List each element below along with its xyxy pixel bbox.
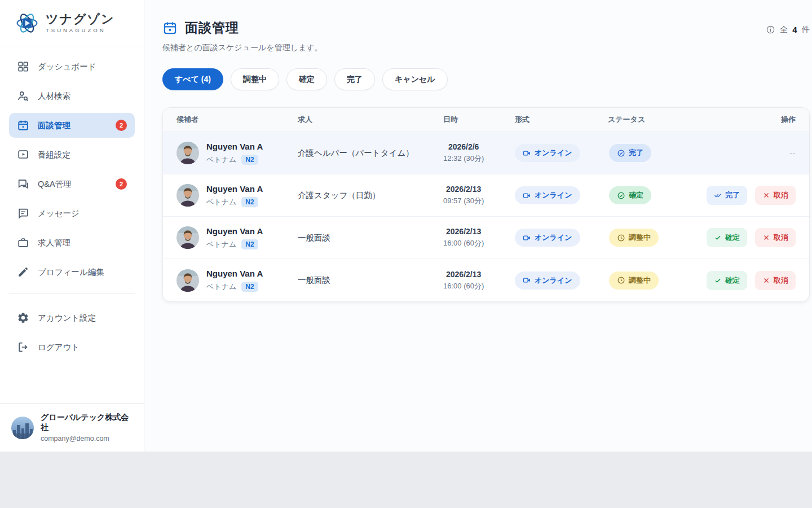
brand-name: ツナグゾン: [46, 12, 115, 26]
sidebar-item[interactable]: Q&A管理2: [9, 172, 135, 196]
column-header: 形式: [515, 115, 608, 125]
candidate-avatar: [176, 226, 199, 249]
interview-date: 2026/2/13: [446, 185, 481, 194]
status-filter-bar: すべて (4)調整中確定完了キャンセル: [162, 68, 810, 90]
cancel-button[interactable]: 取消: [755, 228, 796, 247]
row-actions: --: [707, 149, 796, 157]
videocam-icon: [523, 234, 531, 242]
interview-date: 2026/2/13: [446, 270, 481, 279]
interview-time: 09:57 (30分): [443, 196, 484, 206]
sidebar-item[interactable]: メッセージ: [9, 201, 135, 226]
double-check-icon: [714, 191, 722, 199]
sidebar-item[interactable]: ログアウト: [9, 335, 135, 360]
column-header: 候補者: [176, 115, 298, 125]
sidebar-item-label: Q&A管理: [38, 179, 72, 190]
chat-icon: [17, 178, 29, 190]
confirm-button[interactable]: 確定: [707, 271, 747, 290]
datetime-cell: 2026/2/1309:57 (30分): [443, 185, 484, 206]
sidebar-item[interactable]: 求人管理: [9, 230, 135, 255]
jlpt-badge: N2: [241, 197, 258, 207]
interview-row: Nguyen Van AベトナムN2一般面談2026/2/1316:00 (60…: [163, 259, 809, 301]
briefcase-icon: [17, 237, 29, 249]
sidebar-item[interactable]: 人材検索: [9, 84, 135, 108]
format-pill: オンライン: [515, 229, 580, 247]
app-window: ツナグゾン TSUNAGUZON ダッシュボード人材検索面談管理2番組設定Q&A…: [0, 0, 812, 452]
page-header: 面談管理 全 4 件: [162, 19, 810, 37]
status-pill: 調整中: [609, 229, 659, 247]
sidebar-footer-nav: アカウント設定ログアウト: [0, 297, 144, 360]
table-header-row: 候補者求人日時形式ステータス操作: [163, 108, 809, 132]
company-name: グローバルテック株式会社: [41, 413, 133, 433]
candidate-name: Nguyen Van A: [206, 142, 263, 151]
filter-button[interactable]: キャンセル: [382, 68, 448, 90]
candidate-cell: Nguyen Van AベトナムN2: [176, 269, 298, 292]
complete-button[interactable]: 完了: [707, 186, 747, 205]
gear-icon: [17, 312, 29, 324]
interview-date: 2026/2/13: [446, 227, 481, 236]
sidebar-item[interactable]: 番組設定: [9, 142, 135, 167]
candidate-country: ベトナム: [206, 197, 236, 207]
interview-time: 16:00 (60分): [443, 238, 484, 248]
sidebar-item-label: 人材検索: [38, 91, 70, 102]
videocam-icon: [523, 276, 531, 284]
candidate-cell: Nguyen Van AベトナムN2: [176, 142, 298, 165]
jlpt-badge: N2: [241, 239, 258, 249]
candidate-name: Nguyen Van A: [206, 226, 263, 236]
sidebar-item-label: プロフィール編集: [38, 267, 104, 278]
no-action-placeholder: --: [789, 149, 796, 157]
person-search-icon: [17, 90, 29, 102]
status-pill: 調整中: [609, 271, 659, 290]
column-header: ステータス: [608, 115, 707, 125]
account-profile[interactable]: グローバルテック株式会社 company@demo.com: [0, 403, 144, 452]
datetime-cell: 2026/2/1316:00 (60分): [443, 227, 484, 248]
filter-button[interactable]: 完了: [334, 68, 375, 90]
column-header: 操作: [707, 115, 796, 125]
brand-logo-icon: [15, 11, 39, 36]
interview-row: Nguyen Van AベトナムN2介護スタッフ（日勤）2026/2/1309:…: [163, 174, 809, 217]
candidate-avatar: [176, 142, 199, 164]
brand-subtitle: TSUNAGUZON: [46, 27, 115, 33]
datetime-cell: 2026/2/1316:00 (60分): [443, 270, 484, 291]
interview-row: Nguyen Van AベトナムN2介護ヘルパー（パートタイム）2026/2/6…: [163, 132, 809, 174]
notification-badge: 2: [116, 178, 127, 190]
sidebar-item-label: 番組設定: [38, 150, 70, 160]
format-pill: オンライン: [515, 186, 580, 204]
clock-icon: [617, 276, 625, 284]
candidate-country: ベトナム: [206, 155, 236, 165]
calendar-icon: [17, 119, 29, 132]
company-avatar: [11, 417, 34, 439]
sidebar-item-label: ログアウト: [38, 342, 80, 353]
sidebar-item[interactable]: プロフィール編集: [9, 260, 135, 284]
pencil-icon: [17, 266, 29, 278]
filter-button[interactable]: すべて (4): [162, 68, 223, 90]
sidebar-item-label: アカウント設定: [38, 313, 96, 323]
cancel-button[interactable]: 取消: [755, 186, 796, 205]
sidebar-nav: ダッシュボード人材検索面談管理2番組設定Q&A管理2メッセージ求人管理プロフィー…: [0, 46, 144, 284]
candidate-country: ベトナム: [206, 239, 236, 249]
sidebar: ツナグゾン TSUNAGUZON ダッシュボード人材検索面談管理2番組設定Q&A…: [0, 0, 144, 452]
sidebar-item[interactable]: 面談管理2: [9, 113, 135, 138]
table-body: Nguyen Van AベトナムN2介護ヘルパー（パートタイム）2026/2/6…: [163, 132, 809, 301]
format-pill: オンライン: [515, 144, 580, 162]
sidebar-item[interactable]: アカウント設定: [9, 305, 135, 330]
job-title: 介護スタッフ（日勤）: [298, 190, 439, 201]
page-title: 面談管理: [185, 19, 239, 37]
filter-button[interactable]: 調整中: [231, 68, 279, 90]
datetime-cell: 2026/2/612:32 (30分): [443, 142, 484, 164]
job-title: 介護ヘルパー（パートタイム）: [298, 148, 439, 159]
brand-logo[interactable]: ツナグゾン TSUNAGUZON: [0, 0, 144, 46]
candidate-name: Nguyen Van A: [206, 184, 263, 194]
total-count: 全 4 件: [766, 24, 810, 35]
job-title: 一般面談: [298, 275, 439, 286]
info-icon: [766, 25, 775, 34]
sidebar-item[interactable]: ダッシュボード: [9, 54, 135, 79]
filter-button[interactable]: 確定: [286, 68, 327, 90]
interview-time: 16:00 (60分): [443, 281, 484, 291]
x-icon: [762, 277, 770, 284]
confirm-button[interactable]: 確定: [707, 228, 747, 247]
row-actions: 完了取消: [707, 186, 796, 205]
notification-badge: 2: [116, 120, 127, 131]
x-icon: [762, 191, 770, 199]
cancel-button[interactable]: 取消: [755, 271, 796, 290]
company-email: company@demo.com: [41, 435, 133, 443]
